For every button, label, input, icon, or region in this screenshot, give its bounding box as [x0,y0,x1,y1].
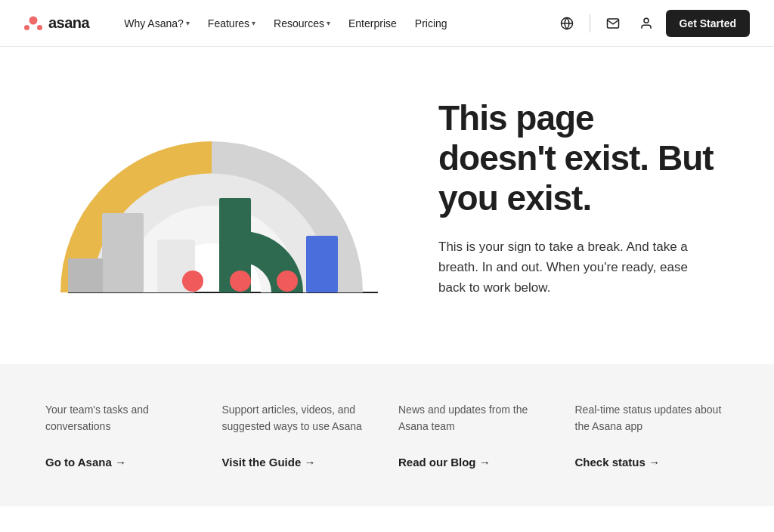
hero-heading: This page doesn't exist. But you exist. [438,98,714,218]
asana-logo-icon [24,16,42,31]
nav-link-why-asana[interactable]: Why Asana? ▾ [116,11,197,36]
get-started-button[interactable]: Get Started [666,10,750,37]
svg-point-11 [230,271,251,292]
user-icon [639,17,653,30]
svg-rect-9 [306,236,338,292]
nav-link-features[interactable]: Features ▾ [200,11,263,36]
nav-links: Why Asana? ▾ Features ▾ Resources ▾ Ente… [116,11,553,36]
mail-icon [606,17,620,30]
footer-link-go-to-asana[interactable]: Go to Asana → [45,456,200,469]
footer-link-read-blog[interactable]: Read our Blog → [398,456,553,469]
svg-point-2 [37,25,42,30]
footer-col-desc-blog: News and updates from the Asana team [398,402,553,435]
nav-right: Get Started [553,10,750,37]
footer-col-desc-asana: Your team's tasks and conversations [45,402,200,435]
hero-section: This page doesn't exist. But you exist. … [0,47,774,349]
footer-link-check-status[interactable]: Check status → [575,456,729,469]
nav-divider [590,14,590,32]
nav-link-resources[interactable]: Resources ▾ [266,11,338,36]
mail-icon-button[interactable] [599,10,627,37]
svg-point-12 [277,271,298,292]
footer-link-visit-guide[interactable]: Visit the Guide → [222,456,376,469]
footer-col-status: Real-time status updates about the Asana… [575,402,729,469]
hero-subtext: This is your sign to take a break. And t… [438,237,714,298]
svg-point-10 [182,271,203,292]
globe-icon [560,17,574,30]
chevron-down-icon: ▾ [327,19,330,27]
footer-col-guide: Support articles, videos, and suggested … [222,402,376,469]
svg-point-1 [24,25,29,30]
main-nav: asana Why Asana? ▾ Features ▾ Resources … [0,0,774,47]
footer-col-desc-status: Real-time status updates about the Asana… [575,402,729,435]
footer-grid: Your team's tasks and conversations Go t… [45,402,729,469]
nav-link-pricing[interactable]: Pricing [407,11,455,36]
logo[interactable]: asana [24,14,89,32]
footer-col-asana: Your team's tasks and conversations Go t… [45,402,200,469]
404-illustration [45,77,393,311]
hero-text: This page doesn't exist. But you exist. … [408,98,714,298]
globe-icon-button[interactable] [553,10,580,37]
footer-col-desc-guide: Support articles, videos, and suggested … [222,402,376,435]
chevron-down-icon: ▾ [252,19,255,27]
nav-link-enterprise[interactable]: Enterprise [341,11,404,36]
footer-cards-section: Your team's tasks and conversations Go t… [0,364,774,506]
svg-rect-6 [102,213,144,292]
svg-rect-13 [68,258,103,292]
svg-point-0 [29,16,38,24]
hero-illustration [45,77,408,319]
user-icon-button[interactable] [633,10,660,37]
logo-wordmark: asana [48,14,89,32]
svg-point-4 [644,18,649,23]
chevron-down-icon: ▾ [186,19,190,27]
footer-col-blog: News and updates from the Asana team Rea… [398,402,553,469]
